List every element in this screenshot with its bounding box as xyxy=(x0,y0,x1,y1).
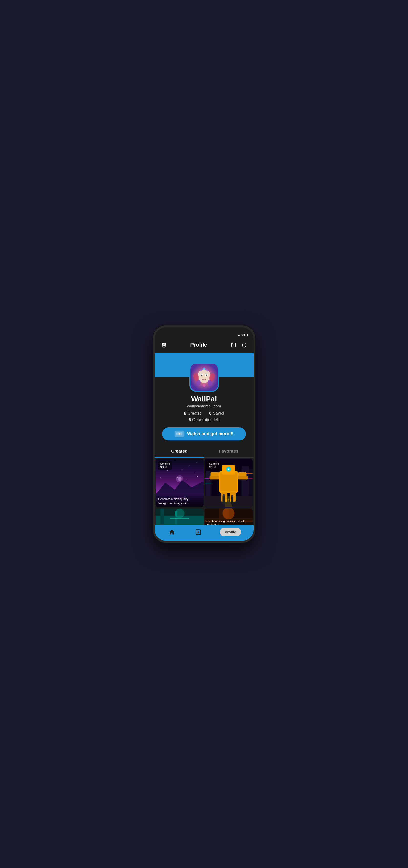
ticket-icon xyxy=(175,431,184,437)
phone-frame: ▲ wifi ▮ Profile xyxy=(153,326,256,543)
tab-created[interactable]: Created xyxy=(155,445,204,457)
edit-button[interactable] xyxy=(229,341,238,349)
grid-caption-1: Generate a high-quality background image… xyxy=(156,495,204,507)
bottom-nav: Profile xyxy=(155,525,254,541)
tab-favorites[interactable]: Favorites xyxy=(204,445,254,457)
notch xyxy=(187,328,221,334)
svg-rect-57 xyxy=(238,476,247,479)
watch-button[interactable]: Watch and get more!!! xyxy=(162,427,246,440)
created-label: Created xyxy=(188,411,202,415)
saved-stat: 0 Saved xyxy=(209,411,224,416)
partial-grid: Create an image of a cyberpunk inspired … xyxy=(155,508,254,525)
svg-point-26 xyxy=(194,472,194,473)
svg-rect-56 xyxy=(209,476,219,479)
svg-point-6 xyxy=(201,374,202,376)
svg-rect-69 xyxy=(161,508,164,525)
create-nav-button[interactable] xyxy=(194,527,203,537)
svg-point-71 xyxy=(175,508,184,518)
generation-label: Generation left xyxy=(192,417,220,422)
grid-item-1[interactable]: GenericSD xl Generate a high-quality bac… xyxy=(156,459,204,507)
svg-point-23 xyxy=(196,462,197,462)
svg-point-32 xyxy=(178,477,182,481)
svg-point-30 xyxy=(197,476,198,477)
svg-point-61 xyxy=(223,494,225,497)
power-button[interactable] xyxy=(240,341,249,349)
username: WallPai xyxy=(191,395,217,403)
svg-rect-72 xyxy=(170,518,189,519)
status-icons: ▲ wifi ▮ xyxy=(238,334,249,337)
profile-nav-button[interactable]: Profile xyxy=(220,528,241,536)
svg-rect-49 xyxy=(220,472,237,491)
svg-rect-60 xyxy=(223,496,225,504)
image-grid: GenericSD xl Generate a high-quality bac… xyxy=(155,458,254,508)
svg-point-22 xyxy=(189,465,190,466)
header-right-actions xyxy=(229,341,249,349)
profile-section: WallPai wallpai@gmail.com 8 Created 0 Sa… xyxy=(155,377,254,525)
watch-button-label: Watch and get more!!! xyxy=(187,431,233,436)
saved-count: 0 xyxy=(209,411,211,416)
generation-count: 6 xyxy=(189,417,191,422)
svg-rect-66 xyxy=(230,498,231,501)
avatar-image xyxy=(191,364,218,391)
svg-point-24 xyxy=(168,470,168,471)
saved-label: Saved xyxy=(213,411,224,415)
svg-point-27 xyxy=(160,477,161,478)
svg-rect-65 xyxy=(228,498,229,501)
svg-point-63 xyxy=(231,495,233,497)
svg-point-29 xyxy=(186,480,187,480)
partial-item-1[interactable] xyxy=(156,508,204,525)
created-stat: 8 Created xyxy=(184,411,202,416)
grid-badge-1: GenericSD xl xyxy=(158,461,172,470)
battery-icon: ▮ xyxy=(247,334,249,337)
email: wallpai@gmail.com xyxy=(187,404,221,408)
header-title: Profile xyxy=(169,342,229,348)
stats-row: 8 Created 0 Saved xyxy=(184,411,224,416)
partial-item-2[interactable]: Create an image of a cyberpunk inspired … xyxy=(205,508,253,525)
svg-point-21 xyxy=(174,461,175,461)
delete-button[interactable] xyxy=(159,341,169,349)
svg-point-25 xyxy=(182,469,182,469)
created-count: 8 xyxy=(184,411,186,416)
tabs: Created Favorites xyxy=(155,445,254,458)
wifi-icon: wifi xyxy=(242,334,246,336)
grid-badge-2: GenericSD xl xyxy=(207,461,221,470)
generation-text: 6 Generation left xyxy=(189,417,220,423)
avatar xyxy=(190,363,219,392)
grid-item-2[interactable]: GenericSD xl xyxy=(205,459,253,507)
svg-point-53 xyxy=(228,468,229,470)
svg-rect-43 xyxy=(205,483,212,484)
svg-rect-64 xyxy=(226,498,227,501)
app-header: Profile xyxy=(155,338,254,353)
home-nav-button[interactable] xyxy=(167,527,177,537)
svg-rect-62 xyxy=(231,497,233,504)
signal-icon: ▲ xyxy=(238,334,240,336)
partial-caption-2: Create an image of a cyberpunk inspired … xyxy=(205,518,253,525)
svg-point-7 xyxy=(206,374,207,376)
scroll-content[interactable]: WallPai wallpai@gmail.com 8 Created 0 Sa… xyxy=(155,353,254,525)
